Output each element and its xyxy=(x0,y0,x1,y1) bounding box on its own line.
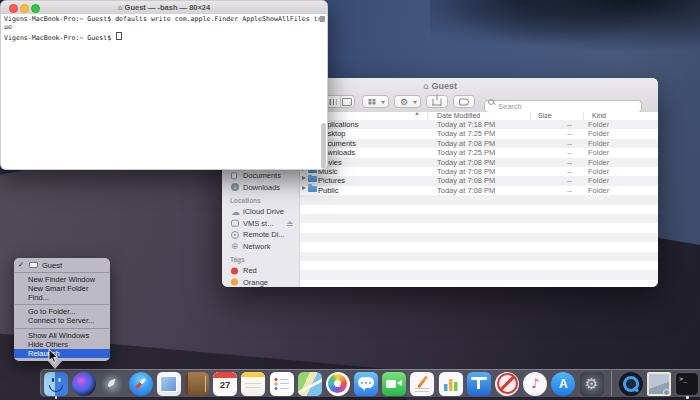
mail-icon[interactable] xyxy=(157,372,181,396)
sidebar-item-documents[interactable]: Documents xyxy=(222,170,299,182)
group-by-button[interactable] xyxy=(362,95,389,108)
dock-item-sysprefs[interactable] xyxy=(580,372,604,396)
dock-item-photos[interactable] xyxy=(326,372,350,396)
file-kind: Folder xyxy=(588,186,609,195)
menu-separator xyxy=(15,272,109,273)
terminal-window[interactable]: ⌂Guest — -bash — 80×24 Vigens-MacBook-Pr… xyxy=(0,0,328,170)
dock-item-calendar[interactable]: 27 xyxy=(213,372,237,396)
dock-item-messages[interactable] xyxy=(354,372,378,396)
column-header-size[interactable]: Size xyxy=(538,112,552,120)
sidebar-item-network[interactable]: ⊕Network xyxy=(222,241,299,253)
disclosure-triangle-icon[interactable] xyxy=(302,176,306,180)
coverflow-view-button[interactable] xyxy=(341,96,354,107)
screenshot-icon[interactable] xyxy=(647,372,671,396)
dock-item-siri[interactable] xyxy=(72,372,96,396)
eject-icon[interactable] xyxy=(287,221,293,224)
disk-icon xyxy=(231,220,239,227)
notes-icon[interactable] xyxy=(241,372,265,396)
table-row[interactable]: DocumentsToday at 7:08 PM--Folder xyxy=(300,139,658,148)
menu-item-new-smart-folder[interactable]: New Smart Folder xyxy=(14,284,110,293)
calendar-icon[interactable]: 27 xyxy=(213,372,237,396)
maps-icon[interactable] xyxy=(298,372,322,396)
table-row[interactable]: MusicToday at 7:08 PM--Folder xyxy=(300,167,658,176)
dock-item-contacts[interactable] xyxy=(185,372,209,396)
disclosure-triangle-icon[interactable] xyxy=(302,186,306,190)
share-button[interactable] xyxy=(426,95,448,108)
finder-icon[interactable] xyxy=(44,372,68,396)
safari-icon[interactable] xyxy=(129,372,153,396)
sidebar-item-remote-di[interactable]: Remote Di... xyxy=(222,229,299,241)
terminal-content[interactable]: Vigens-MacBook-Pro:~ Guest$ defaults wri… xyxy=(1,14,327,169)
reminders-icon[interactable] xyxy=(270,372,294,396)
dock-item-facetime[interactable] xyxy=(382,372,406,396)
sidebar-item-vms-st[interactable]: VMS st... xyxy=(222,218,299,230)
table-row[interactable]: PicturesToday at 7:08 PM--Folder xyxy=(300,176,658,185)
dock-item-maps[interactable] xyxy=(298,372,322,396)
terminal-line: ue xyxy=(4,24,324,32)
quicktime-icon[interactable] xyxy=(619,372,643,396)
column-view-button[interactable] xyxy=(327,96,341,107)
prohibited-icon[interactable] xyxy=(495,372,519,396)
dock-item-finder[interactable] xyxy=(44,372,68,396)
table-row[interactable]: ApplicationsToday at 7:18 PM--Folder xyxy=(300,120,658,129)
pages-icon[interactable] xyxy=(410,372,434,396)
dock-item-mail[interactable] xyxy=(157,372,181,396)
sysprefs-icon[interactable] xyxy=(580,372,604,396)
messages-icon[interactable] xyxy=(354,372,378,396)
dock-item-notes[interactable] xyxy=(241,372,265,396)
dock-item-keynote[interactable] xyxy=(467,372,491,396)
photos-icon[interactable] xyxy=(326,372,350,396)
file-kind: Folder xyxy=(588,167,609,176)
contacts-icon[interactable] xyxy=(185,372,209,396)
date-modified: Today at 7:08 PM xyxy=(437,139,495,148)
menu-item-relaunch[interactable]: Relaunch xyxy=(14,349,110,358)
menu-item-label: Connect to Server... xyxy=(28,316,94,325)
sidebar-item-orange[interactable]: Orange xyxy=(222,277,299,288)
itunes-icon[interactable] xyxy=(523,372,547,396)
menu-item-go-to-folder[interactable]: Go to Folder... xyxy=(14,307,110,316)
dock-item-itunes[interactable] xyxy=(523,372,547,396)
dock-item-numbers[interactable] xyxy=(439,372,463,396)
dock-item-prohibited[interactable] xyxy=(495,372,519,396)
column-header-date-modified[interactable]: Date Modified xyxy=(437,112,480,120)
file-kind: Folder xyxy=(588,129,609,138)
dock-item-launchpad[interactable] xyxy=(100,372,124,396)
numbers-icon[interactable] xyxy=(439,372,463,396)
dock-item-pages[interactable] xyxy=(410,372,434,396)
table-row[interactable]: DownloadsToday at 7:25 PM--Folder xyxy=(300,148,658,157)
column-view-icon xyxy=(330,99,337,105)
column-header-kind[interactable]: Kind xyxy=(592,112,606,120)
menu-item-show-all-windows[interactable]: Show All Windows xyxy=(14,331,110,340)
dock-item-quicktime[interactable] xyxy=(619,372,643,396)
table-row[interactable]: MoviesToday at 7:08 PM--Folder xyxy=(300,158,658,167)
menu-item-guest[interactable]: ✓Guest xyxy=(14,261,110,270)
appstore-icon[interactable] xyxy=(551,372,575,396)
file-kind: Folder xyxy=(588,139,609,148)
date-modified: Today at 7:25 PM xyxy=(437,129,495,138)
menu-item-connect-to-server[interactable]: Connect to Server... xyxy=(14,316,110,325)
document-icon xyxy=(231,172,237,180)
table-row[interactable]: DesktopToday at 7:25 PM--Folder xyxy=(300,129,658,138)
dock-item-terminal[interactable] xyxy=(675,372,699,396)
dock-item-screenshot[interactable] xyxy=(647,372,671,396)
table-row[interactable]: PublicToday at 7:08 PM--Folder xyxy=(300,186,658,195)
folder-icon xyxy=(308,186,317,192)
launchpad-icon[interactable] xyxy=(100,372,124,396)
sidebar-item-red[interactable]: Red xyxy=(222,265,299,277)
scrollbar-thumb[interactable] xyxy=(321,123,326,169)
terminal-icon[interactable] xyxy=(675,372,699,396)
dock-item-reminders[interactable] xyxy=(270,372,294,396)
download-icon: ↓ xyxy=(231,183,239,191)
keynote-icon[interactable] xyxy=(467,372,491,396)
sidebar-item-icloud-drive[interactable]: ☁iCloud Drive xyxy=(222,206,299,218)
menu-item-hide-others[interactable]: Hide Others xyxy=(14,340,110,349)
tags-button[interactable] xyxy=(453,95,475,108)
action-button[interactable]: ⚙ xyxy=(394,95,421,108)
sidebar-item-downloads[interactable]: ↓Downloads xyxy=(222,182,299,194)
dock-item-appstore[interactable] xyxy=(551,372,575,396)
facetime-icon[interactable] xyxy=(382,372,406,396)
siri-icon[interactable] xyxy=(72,372,96,396)
menu-item-find[interactable]: Find... xyxy=(14,293,110,302)
menu-item-new-finder-window[interactable]: New Finder Window xyxy=(14,275,110,284)
dock-item-safari[interactable] xyxy=(129,372,153,396)
